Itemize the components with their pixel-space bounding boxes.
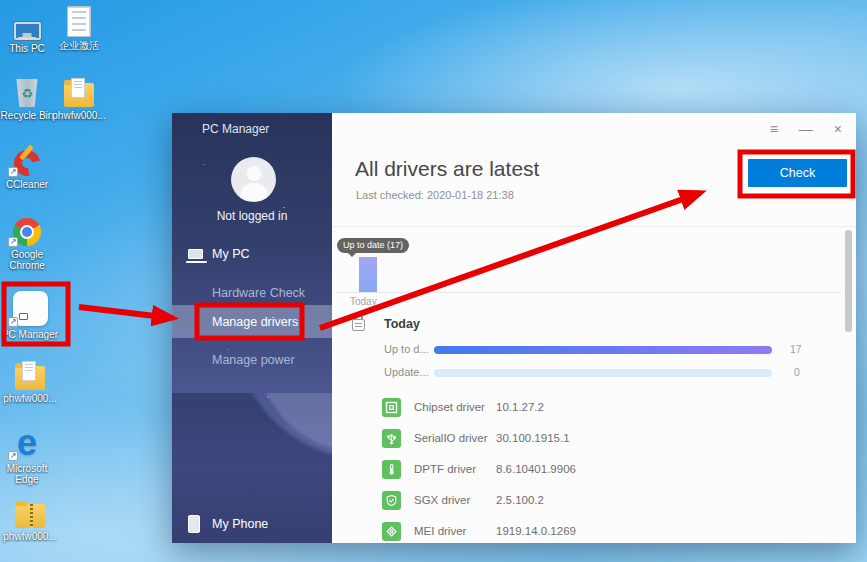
login-status: Not logged in (172, 209, 332, 223)
today-heading: Today (384, 317, 420, 331)
laptop-icon (188, 249, 203, 259)
driver-version: 10.1.27.2 (496, 401, 544, 413)
window-controls: ≡ — × (770, 119, 842, 139)
ccleaner-icon: ↗ (10, 142, 44, 176)
shortcut-arrow-icon: ↗ (8, 167, 18, 177)
chrome-icon: ↗ (10, 212, 44, 246)
driver-row[interactable]: Chipset driver 10.1.27.2 (332, 398, 856, 418)
desktop-icon-pc-manager[interactable]: ↗ PC Manager (0, 288, 61, 340)
desktop-icon-folder-1[interactable]: phwfw000... (48, 73, 110, 121)
driver-version: 2.5.100.2 (496, 494, 544, 506)
menu-icon[interactable]: ≡ (770, 119, 778, 139)
progress-value: 0 (794, 366, 800, 378)
shortcut-arrow-icon: ↗ (8, 237, 18, 247)
calendar-icon (352, 319, 365, 331)
desktop-icon-google-chrome[interactable]: ↗ Google Chrome (0, 212, 58, 271)
desktop-icon-label: PC Manager (2, 329, 58, 340)
phone-icon (188, 515, 200, 533)
folder-icon (15, 356, 45, 390)
progress-row-label: Up to d... (384, 343, 429, 355)
app-title: PC Manager (202, 122, 269, 136)
main-content: ≡ — × All drivers are latest Last checke… (332, 113, 856, 543)
recycle-bin-icon: ♻ (15, 73, 39, 107)
sidebar-item-my-pc[interactable]: My PC (172, 239, 332, 269)
progress-value: 17 (790, 343, 802, 355)
sidebar-item-label: My PC (212, 247, 250, 261)
progress-bar-up-to-date (434, 346, 772, 354)
driver-row[interactable]: MEI driver 1919.14.0.1269 (332, 522, 856, 542)
chipset-icon (382, 398, 401, 417)
desktop-icon-label: phwfw000... (3, 393, 56, 404)
pc-manager-icon: ↗ (10, 288, 50, 326)
scrollbar-thumb[interactable] (845, 230, 852, 332)
chart-bar-today[interactable] (359, 257, 377, 292)
shield-icon (382, 491, 401, 510)
driver-row[interactable]: SerialIO driver 30.100.1915.1 (332, 429, 856, 449)
sidebar-item-label: My Phone (212, 517, 268, 531)
sidebar-item-label: Manage power (212, 353, 295, 367)
header-divider (332, 226, 856, 227)
chart-baseline (336, 292, 841, 293)
sidebar-item-hardware-check[interactable]: Hardware Check (172, 278, 332, 308)
shortcut-arrow-icon: ↗ (8, 317, 18, 327)
driver-version: 1919.14.0.1269 (496, 525, 576, 537)
thermometer-icon (382, 460, 401, 479)
desktop-icon-ccleaner[interactable]: ↗ CCleaner (0, 142, 58, 190)
chart-bar-label: Today (350, 296, 377, 307)
last-checked-text: Last checked: 2020-01-18 21:38 (356, 189, 514, 201)
driver-version: 30.100.1915.1 (496, 432, 570, 444)
chart-tooltip: Up to date (17) (337, 238, 409, 253)
driver-name: MEI driver (414, 525, 466, 537)
desktop-icon-label: Google Chrome (0, 249, 58, 271)
sidebar-item-manage-drivers[interactable]: Manage drivers (172, 305, 332, 338)
driver-name: SerialIO driver (414, 432, 488, 444)
close-icon[interactable]: × (834, 119, 842, 139)
driver-row[interactable]: DPTF driver 8.6.10401.9906 (332, 460, 856, 480)
progress-bar-update (434, 369, 772, 377)
minimize-icon[interactable]: — (799, 119, 813, 139)
driver-name: DPTF driver (414, 463, 476, 475)
desktop-icon-label: CCleaner (6, 179, 48, 190)
sidebar-item-label: Manage drivers (212, 315, 298, 329)
desktop-icon-folder-2[interactable]: phwfw000... (0, 356, 61, 404)
desktop-icon-microsoft-edge[interactable]: e ↗ Microsoft Edge (0, 426, 58, 485)
driver-row[interactable]: SGX driver 2.5.100.2 (332, 491, 856, 511)
edge-icon: e ↗ (10, 426, 44, 460)
annotation-arrow-to-manage-drivers (79, 307, 172, 318)
gear-icon (382, 522, 401, 541)
sidebar: PC Manager Not logged in My PC Hardware … (172, 113, 332, 543)
driver-name: SGX driver (414, 494, 470, 506)
folder-icon (64, 73, 94, 107)
avatar-person-icon (240, 183, 267, 201)
desktop-icon-label: This PC (9, 43, 45, 54)
desktop-icon-label: phwfw000... (3, 531, 56, 542)
desktop-icon-activation-doc[interactable]: 企业激活 (48, 3, 110, 51)
usb-icon (382, 429, 401, 448)
sidebar-item-label: Hardware Check (212, 286, 305, 300)
desktop-icon-label: Recycle Bin (1, 110, 54, 121)
document-icon (67, 3, 91, 37)
this-pc-icon (10, 6, 44, 40)
page-title: All drivers are latest (355, 157, 539, 181)
desktop-icon-label: 企业激活 (59, 40, 99, 51)
pc-manager-window: PC Manager Not logged in My PC Hardware … (172, 113, 856, 543)
desktop-icon-label: phwfw000... (52, 110, 105, 121)
zip-folder-icon (15, 494, 45, 528)
sidebar-item-manage-power[interactable]: Manage power (172, 345, 332, 375)
desktop-icon-zip-folder[interactable]: phwfw000... (0, 494, 61, 542)
sidebar-item-my-phone[interactable]: My Phone (172, 509, 332, 539)
driver-name: Chipset driver (414, 401, 485, 413)
avatar-person-icon (246, 166, 261, 181)
shortcut-arrow-icon: ↗ (8, 451, 18, 461)
avatar[interactable] (231, 157, 276, 202)
driver-version: 8.6.10401.9906 (496, 463, 576, 475)
progress-row-label: Update... (384, 366, 429, 378)
desktop-icon-label: Microsoft Edge (0, 463, 58, 485)
check-button[interactable]: Check (748, 159, 847, 187)
desktop-wallpaper: This PC 企业激活 ♻ Recycle Bin phwfw000... ↗… (0, 0, 867, 562)
